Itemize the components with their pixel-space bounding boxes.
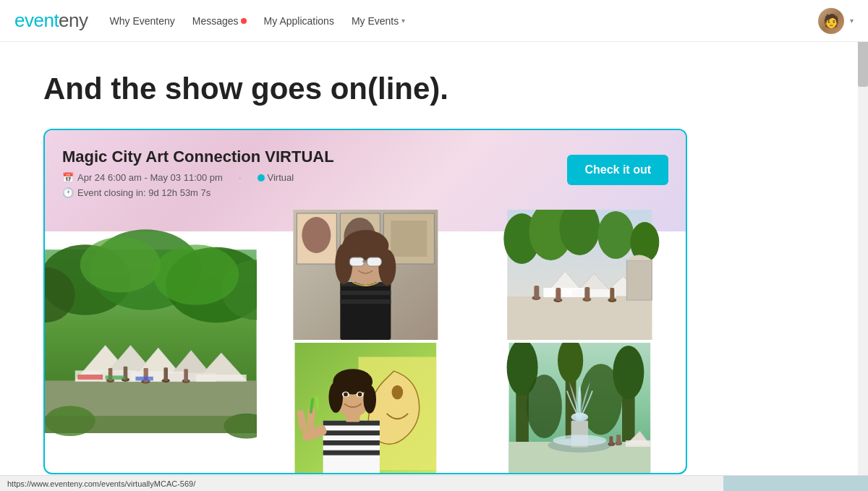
photo-fountain-svg — [474, 343, 686, 473]
photo-woman-peace-sign — [260, 343, 472, 473]
messages-label: Messages — [192, 15, 239, 27]
calendar-icon: 📅 — [62, 172, 74, 183]
my-events-chevron-icon: ▾ — [401, 17, 405, 25]
nav-right: 🧑 ▾ — [818, 8, 854, 34]
photo-woman-peace-sign-svg — [260, 343, 472, 473]
svg-point-50 — [378, 249, 396, 286]
svg-point-86 — [328, 382, 343, 413]
clock-icon: 🕐 — [62, 187, 74, 198]
svg-rect-45 — [340, 299, 391, 304]
status-url: https://www.eventeny.com/events/virtuall… — [7, 479, 195, 488]
photo-outdoor-market — [45, 210, 257, 473]
svg-rect-73 — [610, 288, 615, 301]
main-content: And the show goes on(line). Magic City A… — [0, 42, 868, 491]
svg-rect-34 — [45, 417, 257, 434]
svg-rect-60 — [508, 296, 652, 340]
svg-point-105 — [527, 375, 562, 438]
svg-rect-51 — [349, 257, 364, 266]
svg-rect-41 — [391, 221, 427, 257]
messages-notification-dot — [241, 18, 247, 24]
photo-fountain — [474, 343, 686, 473]
my-events-label: My Events — [352, 15, 399, 27]
svg-point-77 — [391, 385, 403, 400]
nav-links: Why Eventeny Messages My Applications My… — [110, 15, 818, 27]
nav-why-eventeny[interactable]: Why Eventeny — [110, 15, 175, 27]
photo-street-scene — [474, 210, 686, 340]
svg-rect-52 — [367, 257, 381, 266]
photo-artist-woman — [260, 210, 472, 340]
navbar: eventeny Why Eventeny Messages My Applic… — [0, 0, 868, 42]
svg-rect-30 — [106, 376, 126, 380]
svg-rect-114 — [610, 437, 613, 445]
svg-rect-26 — [163, 368, 168, 382]
event-date-range: 📅 Apr 24 6:00 am - May 03 11:00 pm — [62, 172, 223, 183]
svg-rect-78 — [323, 421, 379, 473]
svg-rect-71 — [585, 287, 590, 300]
logo[interactable]: eventeny — [14, 9, 88, 32]
hero-title: And the show goes on(line). — [43, 71, 825, 107]
svg-point-58 — [598, 211, 634, 259]
status-bar-right-area — [723, 476, 868, 491]
svg-rect-116 — [626, 440, 650, 447]
svg-rect-81 — [323, 440, 379, 445]
virtual-label: Virtual — [268, 172, 294, 183]
svg-rect-29 — [77, 375, 103, 380]
svg-rect-82 — [323, 451, 379, 456]
logo-eny-part: eny — [59, 9, 88, 31]
nav-my-events[interactable]: My Events ▾ — [352, 15, 405, 27]
event-card: Magic City Art Connection VIRTUAL 📅 Apr … — [43, 129, 687, 474]
svg-rect-53 — [362, 260, 367, 262]
photo-artist-woman-svg — [260, 210, 472, 340]
logo-event-part: event — [14, 9, 59, 31]
svg-rect-18 — [196, 375, 247, 382]
scrollbar[interactable] — [858, 0, 868, 491]
separator: · — [239, 172, 242, 183]
svg-rect-69 — [556, 288, 561, 301]
event-location-type: Virtual — [258, 172, 294, 183]
nav-messages[interactable]: Messages — [192, 15, 247, 27]
svg-rect-80 — [323, 431, 379, 436]
svg-rect-112 — [617, 435, 621, 445]
event-closing: 🕐 Event closing in: 9d 12h 53m 7s — [62, 187, 668, 198]
svg-point-110 — [553, 435, 606, 447]
check-it-out-button[interactable]: Check it out — [567, 155, 668, 185]
photo-outdoor-market-svg — [45, 210, 257, 473]
event-card-header: Magic City Art Connection VIRTUAL 📅 Apr … — [62, 148, 668, 198]
svg-point-7 — [153, 245, 239, 306]
photo-street-scene-svg — [474, 210, 686, 340]
nav-my-applications[interactable]: My Applications — [264, 15, 334, 27]
event-photo-grid — [45, 210, 686, 473]
svg-rect-65 — [573, 289, 616, 297]
svg-rect-28 — [184, 370, 188, 382]
svg-point-89 — [344, 393, 348, 397]
svg-rect-67 — [535, 286, 540, 299]
user-avatar[interactable]: 🧑 — [818, 8, 844, 34]
status-bar: https://www.eventeny.com/events/virtuall… — [0, 475, 868, 491]
event-date-text: Apr 24 6:00 am - May 03 11:00 pm — [77, 172, 223, 183]
avatar-image: 🧑 — [818, 8, 844, 34]
virtual-dot-icon — [258, 174, 265, 182]
event-closing-text: Event closing in: 9d 12h 53m 7s — [77, 187, 210, 198]
svg-point-39 — [302, 217, 331, 253]
svg-rect-44 — [340, 291, 391, 295]
svg-point-87 — [363, 385, 376, 414]
svg-rect-74 — [627, 260, 652, 300]
svg-point-91 — [357, 393, 362, 397]
svg-rect-31 — [135, 377, 153, 381]
svg-point-6 — [80, 237, 161, 293]
user-menu-chevron-icon[interactable]: ▾ — [850, 17, 854, 25]
